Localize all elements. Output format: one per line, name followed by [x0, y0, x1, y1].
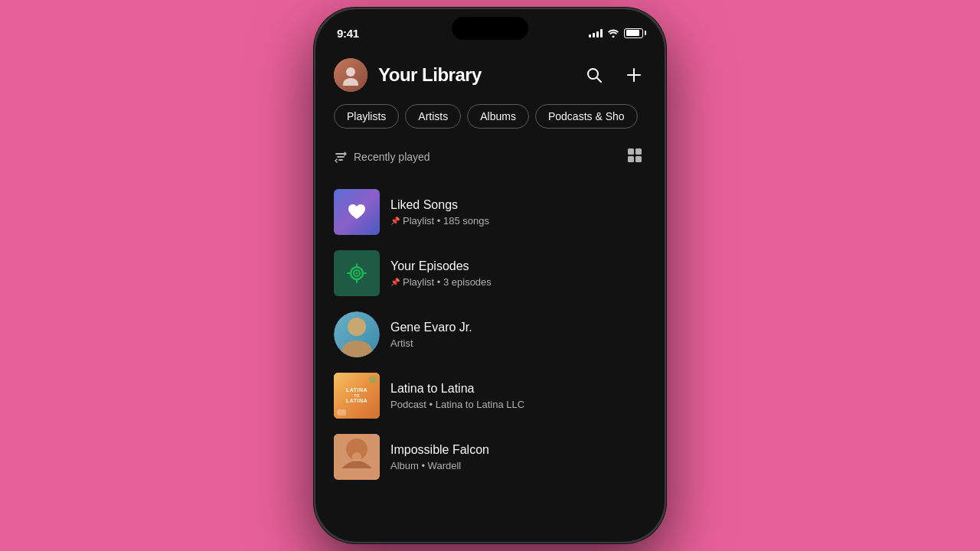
main-content: Your Library	[315, 46, 665, 542]
svg-point-14	[341, 341, 372, 357]
svg-point-0	[346, 67, 355, 77]
gene-thumbnail	[334, 311, 380, 357]
falcon-thumbnail	[334, 434, 380, 480]
list-item[interactable]: LATINA TO LATINA Latina to Latina	[328, 365, 652, 426]
falcon-info: Impossible Falcon Album • Wardell	[390, 443, 646, 471]
filter-albums[interactable]: Albums	[467, 104, 529, 129]
artist-silhouette	[334, 311, 380, 357]
phone-shell: 9:41	[314, 8, 666, 543]
add-button[interactable]	[622, 63, 646, 87]
item-name: Your Episodes	[390, 259, 646, 273]
filter-podcasts[interactable]: Podcasts & Sho	[535, 104, 638, 129]
pin-icon: 📌	[390, 217, 400, 225]
svg-point-13	[348, 318, 366, 336]
list-item[interactable]: Gene Evaro Jr. Artist	[328, 304, 652, 365]
list-item[interactable]: Liked Songs 📌 Playlist • 185 songs	[328, 181, 652, 243]
add-icon	[625, 66, 643, 84]
album-art	[334, 434, 380, 480]
sort-label-text: Recently played	[354, 151, 430, 163]
item-name: Liked Songs	[390, 198, 646, 212]
search-button[interactable]	[582, 63, 606, 87]
page-title: Your Library	[378, 64, 571, 86]
item-name: Gene Evaro Jr.	[390, 321, 646, 334]
svg-point-17	[352, 452, 361, 461]
signal-icon	[589, 28, 603, 37]
search-icon	[585, 66, 603, 84]
status-icons	[589, 28, 643, 38]
sort-icon	[334, 150, 348, 164]
filter-playlists[interactable]: Playlists	[334, 104, 399, 129]
episodes-info: Your Episodes 📌 Playlist • 3 episodes	[390, 259, 646, 288]
phone-screen: 9:41	[315, 9, 665, 542]
liked-songs-thumbnail	[334, 189, 380, 235]
library-list: Liked Songs 📌 Playlist • 185 songs	[315, 181, 665, 542]
grid-icon	[626, 147, 643, 164]
svg-point-12	[356, 272, 358, 275]
svg-rect-7	[635, 148, 642, 155]
filter-artists[interactable]: Artists	[405, 104, 461, 129]
item-meta: 📌 Playlist • 3 episodes	[390, 276, 646, 288]
list-item[interactable]: Impossible Falcon Album • Wardell	[328, 426, 652, 487]
svg-rect-8	[628, 156, 634, 162]
item-meta: Podcast • Latina to Latina LLC	[390, 399, 646, 410]
sort-bar: Recently played	[315, 141, 665, 181]
library-header: Your Library	[315, 46, 665, 101]
pin-icon: 📌	[390, 278, 400, 286]
gene-info: Gene Evaro Jr. Artist	[390, 321, 646, 349]
latina-info: Latina to Latina Podcast • Latina to Lat…	[390, 382, 646, 410]
phone-wrapper: 9:41	[314, 8, 666, 543]
item-meta: 📌 Playlist • 185 songs	[390, 215, 646, 227]
wifi-icon	[607, 28, 619, 37]
liked-songs-info: Liked Songs 📌 Playlist • 185 songs	[390, 198, 646, 227]
grid-view-button[interactable]	[623, 144, 646, 169]
svg-rect-6	[628, 148, 634, 155]
item-meta: Artist	[390, 337, 646, 349]
item-name: Impossible Falcon	[390, 443, 646, 457]
sort-button[interactable]: Recently played	[334, 150, 430, 164]
battery-icon	[624, 28, 643, 38]
item-meta: Album • Wardell	[390, 460, 646, 471]
item-name: Latina to Latina	[390, 382, 646, 396]
latina-thumbnail: LATINA TO LATINA	[334, 373, 380, 419]
svg-line-3	[597, 78, 602, 83]
svg-point-1	[343, 78, 358, 86]
header-actions	[582, 63, 646, 87]
avatar[interactable]	[334, 58, 368, 92]
status-time: 9:41	[337, 27, 359, 40]
episodes-icon	[344, 260, 370, 286]
filter-chips: Playlists Artists Albums Podcasts & Sho	[315, 101, 665, 141]
list-item[interactable]: Your Episodes 📌 Playlist • 3 episodes	[328, 243, 652, 304]
svg-rect-9	[635, 156, 642, 162]
episodes-thumbnail	[334, 250, 380, 296]
heart-icon	[345, 201, 368, 223]
status-bar: 9:41	[315, 9, 665, 46]
